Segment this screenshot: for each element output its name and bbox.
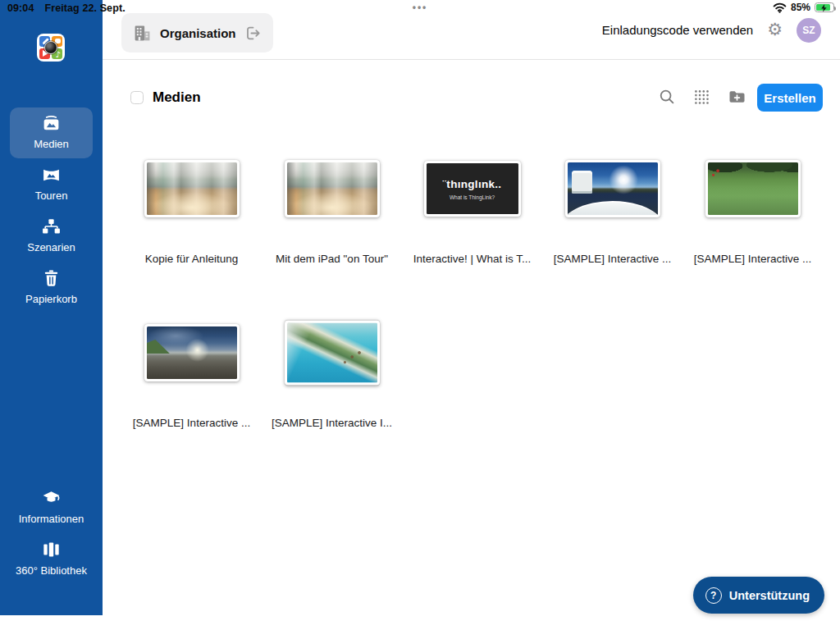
meeting-room-360-thumbnail [287, 162, 377, 215]
media-card[interactable] [285, 321, 380, 386]
media-card[interactable] [285, 160, 380, 217]
sidebar-item-label: Papierkorb [25, 292, 77, 307]
panorama-strips-icon [41, 540, 62, 560]
new-folder-icon[interactable] [728, 89, 746, 104]
avatar[interactable]: SZ [797, 18, 821, 43]
search-icon[interactable] [659, 89, 675, 105]
rocky-coast-360-thumbnail [147, 326, 237, 379]
battery-charging-icon [815, 2, 834, 12]
flowchart-icon [41, 217, 62, 237]
panorama-icon [41, 165, 62, 185]
media-cell: [SAMPLE] Interactive I... [262, 308, 402, 472]
question-mark-circle-icon: ? [705, 587, 722, 604]
thinglink-app-logo: ♪ [37, 34, 65, 62]
sidebar: ♪ Medien Touren [0, 0, 103, 615]
multitask-handle[interactable]: ••• [0, 2, 840, 13]
media-caption: [SAMPLE] Interactive I... [272, 417, 392, 429]
status-bar-right: 85% [773, 2, 834, 13]
switch-organisation-icon [244, 25, 262, 42]
trash-icon [41, 268, 62, 289]
sidebar-item-label: Medien [34, 137, 69, 152]
grid-view-icon[interactable] [694, 89, 710, 105]
media-cell: ¨thınglınk.. What is ThingLink? Interact… [402, 144, 542, 308]
media-card[interactable] [705, 160, 801, 217]
media-card[interactable] [144, 160, 240, 217]
battery-percent: 85% [791, 2, 810, 13]
page-title: Medien [153, 89, 201, 106]
sidebar-item-360-bibliothek[interactable]: 360° Bibliothek [10, 534, 93, 585]
photo-stack-icon [41, 113, 62, 134]
media-caption: Interactive! | What is T... [413, 253, 532, 265]
camera-lens-icon [44, 41, 57, 54]
media-cell: [SAMPLE] Interactive ... [542, 144, 682, 308]
wifi-icon [773, 2, 787, 13]
thinglink-video-subtitle: What is ThingLink? [450, 194, 495, 200]
sidebar-item-label: 360° Bibliothek [16, 564, 87, 578]
settings-gear-icon[interactable]: ⚙ [767, 21, 783, 39]
media-cell: [SAMPLE] Interactive ... [682, 144, 823, 308]
building-icon [133, 24, 152, 43]
select-all-checkbox[interactable] [130, 91, 144, 104]
thinglink-video-thumbnail: ¨thınglınk.. What is ThingLink? [427, 163, 518, 214]
invite-code-link[interactable]: Einladungscode verwenden [602, 23, 753, 37]
garden-360-thumbnail [708, 162, 798, 215]
media-card[interactable] [565, 160, 660, 217]
sidebar-item-szenarien[interactable]: Szenarien [10, 211, 93, 262]
meeting-room-360-thumbnail [147, 162, 237, 215]
media-cell: Mit dem iPad "on Tour" [262, 144, 402, 308]
boat-deck-360-thumbnail [568, 162, 658, 215]
sidebar-item-informationen[interactable]: Informationen [10, 482, 93, 533]
organisation-label: Organisation [160, 26, 236, 40]
sidebar-item-medien[interactable]: Medien [10, 107, 93, 158]
media-caption: [SAMPLE] Interactive ... [554, 253, 671, 265]
media-card[interactable]: ¨thınglınk.. What is ThingLink? [424, 161, 521, 217]
media-caption: [SAMPLE] Interactive ... [694, 253, 811, 265]
sidebar-item-label: Touren [35, 189, 68, 203]
lagoon-aerial-thumbnail [287, 323, 377, 383]
media-cell: [SAMPLE] Interactive ... [121, 308, 262, 472]
content-header: Medien Erstellen [103, 79, 840, 118]
sidebar-item-label: Szenarien [27, 240, 75, 255]
sidebar-item-label: Informationen [19, 512, 84, 527]
organisation-button[interactable]: Organisation [121, 13, 273, 52]
media-card[interactable] [144, 324, 240, 381]
media-grid: Kopie für Anleitung Mit dem iPad "on Tou… [121, 144, 824, 472]
media-caption: [SAMPLE] Interactive ... [133, 417, 250, 429]
sidebar-item-papierkorb[interactable]: Papierkorb [10, 262, 93, 313]
sidebar-item-touren[interactable]: Touren [10, 159, 93, 210]
media-caption: Kopie für Anleitung [145, 253, 238, 265]
media-cell: Kopie für Anleitung [121, 144, 262, 308]
support-label: Unterstützung [729, 589, 810, 602]
thinglink-wordmark: ¨thınglınk.. [443, 178, 502, 190]
support-button[interactable]: ? Unterstützung [693, 577, 824, 614]
create-button[interactable]: Erstellen [757, 84, 823, 112]
graduation-cap-icon [41, 488, 62, 509]
media-caption: Mit dem iPad "on Tour" [276, 253, 388, 265]
